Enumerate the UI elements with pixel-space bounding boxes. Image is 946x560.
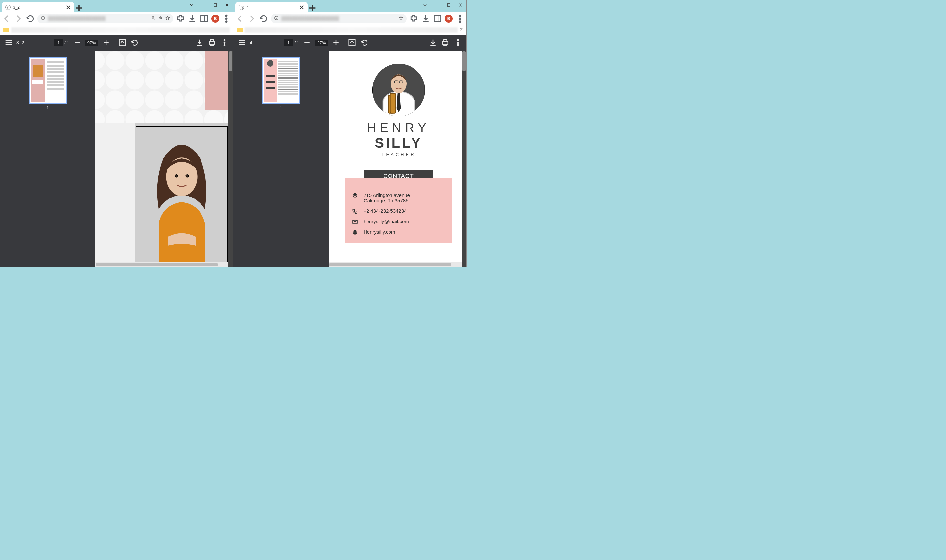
extensions-icon[interactable]	[409, 14, 418, 23]
vertical-scrollbar[interactable]	[228, 51, 233, 267]
thumbnail-label: 1	[280, 106, 282, 111]
back-button[interactable]	[2, 14, 11, 23]
page-thumbnail[interactable]	[29, 57, 67, 104]
svg-point-11	[224, 45, 225, 46]
zoom-in-button[interactable]	[102, 38, 111, 47]
rotate-button[interactable]	[360, 38, 369, 47]
pdf-more-button[interactable]	[453, 38, 463, 47]
page-thumbnail[interactable]	[262, 57, 300, 104]
tab-title: 3_2	[13, 5, 20, 9]
reload-button[interactable]	[26, 14, 35, 23]
fit-page-button[interactable]	[118, 38, 127, 47]
page-separator: /	[294, 40, 296, 45]
fit-page-button[interactable]	[348, 38, 357, 47]
pdf-page-view[interactable]: HENRY SILLY TEACHER CONTACT 715 Arlingto…	[329, 51, 466, 267]
svg-point-26	[457, 45, 458, 46]
rotate-button[interactable]	[130, 38, 139, 47]
zoom-icon[interactable]	[151, 16, 155, 22]
window-maximize-button[interactable]	[443, 0, 455, 10]
zoom-in-button[interactable]	[331, 38, 340, 47]
zoom-out-button[interactable]	[73, 38, 82, 47]
zoom-level[interactable]: 97%	[85, 40, 98, 46]
info-icon	[41, 16, 45, 22]
browser-tab[interactable]: 3_2	[2, 2, 74, 12]
forward-button[interactable]	[14, 14, 23, 23]
toolbar-divider	[344, 39, 344, 46]
reload-button[interactable]	[259, 14, 268, 23]
globe-icon	[5, 5, 11, 10]
page-total: 1	[297, 40, 299, 45]
profile-avatar[interactable]: B	[445, 15, 452, 23]
print-button[interactable]	[441, 38, 450, 47]
browser-menu-button[interactable]	[455, 14, 465, 23]
contact-phone-row: +2 434-232-534234	[352, 208, 445, 214]
downloads-icon[interactable]	[188, 14, 197, 23]
bookmarks-bar: 签	[233, 25, 466, 35]
contact-address: 715 Arlington avenue Oak ridge, Tn 35785	[363, 192, 410, 203]
window-close-button[interactable]	[221, 0, 233, 10]
bookmarks-bar	[0, 25, 233, 35]
horizontal-scrollbar[interactable]	[95, 262, 228, 267]
window-close-button[interactable]	[455, 0, 466, 10]
window-maximize-button[interactable]	[209, 0, 221, 10]
resume-photo	[372, 64, 425, 116]
horizontal-scrollbar[interactable]	[329, 262, 462, 267]
new-tab-button[interactable]	[74, 3, 83, 12]
sidepanel-icon[interactable]	[433, 14, 442, 23]
print-button[interactable]	[208, 38, 217, 47]
window-minimize-button[interactable]	[431, 0, 443, 10]
window-dropdown-button[interactable]	[186, 0, 198, 10]
svg-point-15	[186, 174, 188, 177]
zoom-level[interactable]: 97%	[315, 40, 328, 46]
window-dropdown-button[interactable]	[419, 0, 431, 10]
svg-rect-16	[448, 4, 450, 6]
window-controls	[419, 0, 466, 10]
page-indicator: / 1	[284, 39, 300, 46]
pdf-menu-button[interactable]	[4, 38, 13, 47]
address-bar[interactable]: ███████████████████	[37, 14, 173, 23]
page-total: 1	[67, 40, 69, 45]
svg-point-19	[459, 15, 460, 17]
bookmark-folder-icon[interactable]	[237, 28, 243, 32]
bookmark-items-blurred	[11, 27, 230, 32]
svg-rect-18	[434, 16, 441, 22]
download-button[interactable]	[195, 38, 204, 47]
new-tab-button[interactable]	[308, 3, 317, 12]
forward-button[interactable]	[247, 14, 256, 23]
zoom-out-button[interactable]	[302, 38, 312, 47]
sidepanel-icon[interactable]	[200, 14, 209, 23]
downloads-icon[interactable]	[421, 14, 430, 23]
star-icon[interactable]	[165, 16, 170, 22]
extensions-icon[interactable]	[176, 14, 185, 23]
share-icon[interactable]	[158, 16, 163, 22]
browser-tab[interactable]: 4	[235, 2, 308, 12]
pdf-body: 1	[0, 51, 233, 267]
thumbnail-label: 1	[47, 106, 49, 111]
pdf-toolbar: 4 / 1 97%	[233, 35, 466, 51]
svg-point-6	[226, 21, 227, 22]
pdf-menu-button[interactable]	[237, 38, 246, 47]
svg-point-25	[457, 42, 458, 43]
page-input[interactable]	[54, 39, 63, 46]
window-minimize-button[interactable]	[198, 0, 209, 10]
tab-close-button[interactable]	[299, 5, 305, 10]
profile-avatar[interactable]: B	[211, 15, 219, 23]
address-text: ███████████████████	[281, 16, 396, 21]
address-bar[interactable]: ███████████████████	[271, 14, 407, 23]
star-icon[interactable]	[399, 16, 403, 22]
pdf-page-view[interactable]	[95, 51, 233, 267]
download-button[interactable]	[428, 38, 437, 47]
vertical-scrollbar[interactable]	[462, 51, 466, 267]
pdf-more-button[interactable]	[220, 38, 229, 47]
svg-point-4	[226, 15, 227, 17]
browser-window-left: 3_2 ███████████████████ B 3_2	[0, 0, 233, 267]
back-button[interactable]	[235, 14, 245, 23]
bookmark-overflow-icon[interactable]: 签	[460, 27, 463, 32]
contact-email-row: henrysilly@mail.com	[352, 218, 445, 225]
svg-point-20	[459, 18, 460, 19]
page-indicator: / 1	[54, 39, 69, 46]
bookmark-folder-icon[interactable]	[3, 28, 9, 32]
page-input[interactable]	[284, 39, 293, 46]
tab-close-button[interactable]	[66, 5, 71, 10]
browser-menu-button[interactable]	[222, 14, 231, 23]
